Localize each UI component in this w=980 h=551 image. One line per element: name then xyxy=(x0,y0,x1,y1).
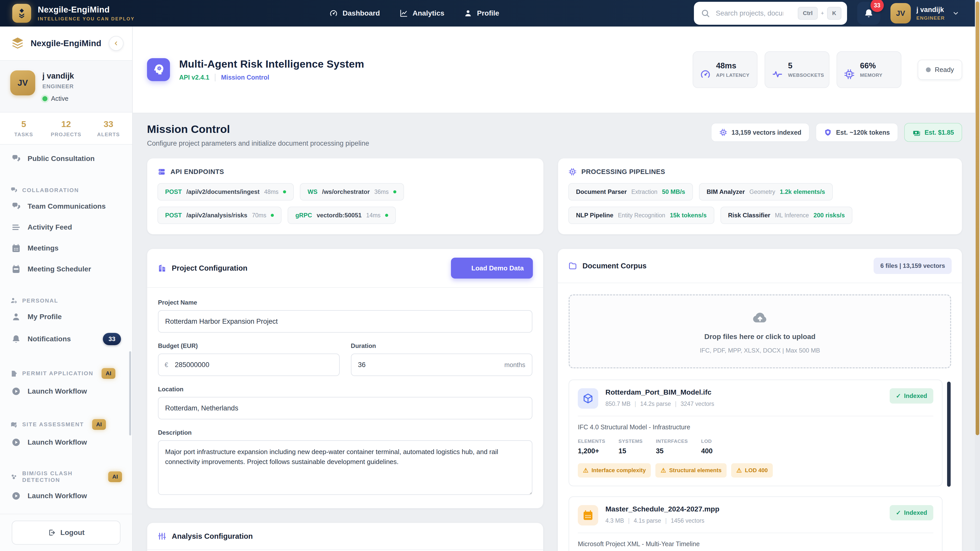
banknote-icon xyxy=(912,128,921,137)
card-title: Document Corpus xyxy=(582,262,646,270)
sidebar-item-meetings[interactable]: Meetings xyxy=(0,238,132,259)
main: Multi-Agent Risk Intelligence System API… xyxy=(133,27,980,551)
sidebar-item-label: My Profile xyxy=(27,313,62,321)
endpoint-path: /ws/orchestrator xyxy=(322,188,370,195)
sidebar-item-label: Team Communications xyxy=(27,202,106,210)
panel-title: PROCESSING PIPELINES xyxy=(568,168,952,176)
diamond-chevrons-icon xyxy=(16,7,27,19)
pipeline-nlp-pipeline: NLP PipelineEntity Recognition15k tokens… xyxy=(568,206,714,224)
file-vectors: 1456 vectors xyxy=(671,517,704,524)
file-type-icon-box xyxy=(578,388,598,409)
card-title: Project Configuration xyxy=(172,264,247,272)
section-subtitle: Configure project parameters and initial… xyxy=(147,140,369,148)
pipeline-stage: ML Inference xyxy=(775,212,809,219)
user-info: j vandijk ENGINEER xyxy=(916,6,945,21)
section-label: BIM/GIS CLASH DETECTION xyxy=(22,470,100,483)
pipeline-rate: 1.2k elements/s xyxy=(780,188,825,195)
file-parse-time: 14.2s parse xyxy=(640,400,671,407)
endpoint-method: POST xyxy=(165,188,182,195)
sidebar-collapse-button[interactable] xyxy=(109,36,124,51)
nav-dashboard[interactable]: Dashboard xyxy=(329,9,380,17)
endpoint-path: /api/v2/documents/ingest xyxy=(186,188,259,195)
separator xyxy=(215,74,215,81)
building-icon xyxy=(158,264,167,273)
brand: Nexgile-EngiMind INTELLIGENCE YOU CAN DE… xyxy=(12,4,135,23)
pipeline-rate: 200 risks/s xyxy=(814,212,845,219)
budget-input[interactable] xyxy=(158,354,340,376)
chart-icon xyxy=(399,9,408,17)
duration-field: Duration months xyxy=(351,342,533,376)
cpu-icon xyxy=(719,128,727,137)
shield-icon xyxy=(824,128,832,137)
stat-value: 15 xyxy=(619,447,643,455)
endpoint-vectordb-50051: gRPCvectordb:5005114ms xyxy=(288,206,396,224)
sidebar-item-team-communications[interactable]: Team Communications xyxy=(0,196,132,217)
file-card-rotterdam-port-bim-model-ifc[interactable]: Rotterdam_Port_BIM_Model.ifc 850.7 MB| 1… xyxy=(569,380,942,486)
metric-text: 66%MEMORY xyxy=(860,61,883,78)
page-header: Multi-Agent Risk Intelligence System API… xyxy=(133,27,980,113)
brand-logo xyxy=(12,4,31,23)
sidebar-item-public-consultation[interactable]: Public Consultation xyxy=(0,148,132,169)
avatar: JV xyxy=(891,3,911,24)
page-scrollbar-thumb[interactable] xyxy=(976,2,979,435)
health-dot xyxy=(393,190,396,193)
stat-label: LOD xyxy=(701,438,713,444)
pipeline-name: BIM Analyzer xyxy=(707,188,745,195)
field-label: Description xyxy=(158,429,532,436)
file-description: Microsoft Project XML - Multi-Year Timel… xyxy=(578,540,933,548)
sidebar-item-launch-workflow[interactable]: Launch Workflow xyxy=(0,432,132,453)
dropzone-line1: Drop files here or click to upload xyxy=(704,333,816,341)
sidebar-section-personal: PERSONAL xyxy=(0,293,132,306)
load-demo-data-button[interactable]: Load Demo Data xyxy=(451,258,533,279)
sidebar-item-launch-workflow[interactable]: Launch Workflow xyxy=(0,381,132,402)
app-icon xyxy=(147,58,170,81)
stat-label: TASKS xyxy=(3,132,45,138)
file-size: 850.7 MB xyxy=(605,400,630,407)
notifications-button[interactable]: 33 xyxy=(857,2,880,25)
sidebar-user-name: j vandijk xyxy=(42,71,74,81)
page-subtitle: API v2.4.1 Mission Control xyxy=(179,74,364,81)
location-input[interactable] xyxy=(158,397,532,419)
search-shortcut: Ctrl + K xyxy=(798,7,842,20)
budget-field: Budget (EUR) € xyxy=(158,342,340,376)
sidebar-scrollbar-thumb[interactable] xyxy=(129,351,131,435)
project-name-field: Project Name xyxy=(158,299,532,333)
sliders-icon xyxy=(158,532,167,541)
pipeline-name: Risk Classifier xyxy=(728,212,770,219)
calendar-icon xyxy=(11,243,21,253)
sidebar-menu: Public ConsultationCOLLABORATIONTeam Com… xyxy=(0,144,132,514)
pipeline-risk-classifier: Risk ClassifierML Inference200 risks/s xyxy=(721,206,853,224)
sidebar-item-activity-feed[interactable]: Activity Feed xyxy=(0,217,132,238)
nav-analytics[interactable]: Analytics xyxy=(399,9,445,17)
play-icon xyxy=(11,386,21,396)
metric-value: 66% xyxy=(860,61,883,70)
file-dropzone[interactable]: Drop files here or click to upload IFC, … xyxy=(569,294,951,368)
nav-profile[interactable]: Profile xyxy=(464,9,499,17)
pipeline-bim-analyzer: BIM AnalyzerGeometry1.2k elements/s xyxy=(699,183,833,200)
pipeline-list: Document ParserExtraction50 MB/sBIM Anal… xyxy=(568,183,952,224)
user-menu[interactable]: JV j vandijk ENGINEER xyxy=(891,3,959,24)
sidebar-item-meeting-scheduler[interactable]: Meeting Scheduler xyxy=(0,259,132,279)
folder-icon xyxy=(568,261,577,270)
status-badge: Ready xyxy=(918,60,962,80)
card-header: Analysis Configuration xyxy=(147,523,543,550)
file-stats: ELEMENTS1,200+SYSTEMS15INTERFACES35LOD40… xyxy=(578,438,933,455)
file-type-icon-box xyxy=(578,505,598,526)
file-list-scrollbar-thumb[interactable] xyxy=(947,382,951,487)
map-pin-icon xyxy=(10,421,18,428)
sidebar-item-launch-workflow[interactable]: Launch Workflow xyxy=(0,486,132,507)
project-name-input[interactable] xyxy=(158,310,532,333)
file-card-master-schedule-2024-2027-mpp[interactable]: Master_Schedule_2024-2027.mpp 4.3 MB| 4.… xyxy=(569,496,942,551)
page-scrollbar[interactable] xyxy=(975,0,980,551)
project-form: Project Name Budget (EUR) € xyxy=(147,288,543,508)
description-field: Description Major port infrastructure ex… xyxy=(158,429,532,496)
description-textarea[interactable]: Major port infrastructure expansion incl… xyxy=(158,440,532,495)
sidebar-item-my-profile[interactable]: My Profile xyxy=(0,306,132,327)
sidebar-item-notifications[interactable]: Notifications33 xyxy=(0,327,132,351)
breadcrumb[interactable]: Mission Control xyxy=(221,74,269,81)
stat-value: 5 xyxy=(3,119,45,129)
file-stat-systems: SYSTEMS15 xyxy=(619,438,643,455)
sidebar-item-label: Launch Workflow xyxy=(27,438,87,446)
logout-button[interactable]: Logout xyxy=(12,521,121,545)
file-info: Rotterdam_Port_BIM_Model.ifc 850.7 MB| 1… xyxy=(605,388,714,409)
